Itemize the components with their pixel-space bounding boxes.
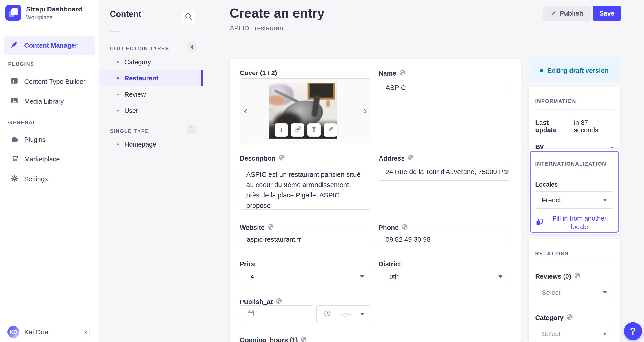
publish-button[interactable]: ✓ Publish bbox=[543, 6, 591, 21]
carousel-next-button[interactable]: › bbox=[364, 105, 367, 116]
address-input[interactable]: 24 Rue de la Tour d'Auvergne, 75009 Pari… bbox=[379, 163, 510, 181]
sidebar-item-label: Content Manager bbox=[24, 42, 78, 49]
trash-icon bbox=[310, 125, 318, 136]
description-textarea[interactable]: ASPIC est un restaurant parisien situé a… bbox=[240, 164, 371, 210]
locale-select[interactable]: French bbox=[535, 191, 614, 209]
sidebar-item-content-type-builder[interactable]: Content-Type Builder bbox=[4, 74, 95, 90]
globe-icon bbox=[278, 154, 285, 163]
strapi-app: Strapi Dashboard Workplace Content Manag… bbox=[0, 0, 644, 342]
avatar: KD bbox=[8, 326, 19, 338]
globe-icon bbox=[574, 272, 581, 281]
cart-icon bbox=[10, 154, 18, 164]
puzzle-icon bbox=[10, 135, 18, 145]
information-title: INFORMATION bbox=[535, 87, 614, 104]
reviews-select[interactable]: Select bbox=[535, 284, 614, 301]
chevron-left-icon: ‹ bbox=[85, 328, 87, 336]
chevron-down-icon bbox=[603, 291, 607, 294]
sidebar-item-marketplace[interactable]: Marketplace bbox=[4, 151, 95, 167]
sidebar-item-label: Settings bbox=[24, 175, 48, 183]
bullet-icon: • bbox=[116, 58, 119, 66]
workspace-label: Workplace bbox=[26, 14, 82, 21]
divider bbox=[535, 262, 614, 262]
subnav-item-review[interactable]: • Review bbox=[99, 86, 203, 103]
phone-input[interactable]: 09 82 49 30 98 bbox=[379, 231, 510, 248]
user-menu[interactable]: KD Kai Doe bbox=[8, 326, 48, 338]
globe-icon bbox=[399, 69, 406, 78]
chevron-down-icon bbox=[603, 199, 607, 201]
subnav-item-homepage[interactable]: • Homepage bbox=[99, 136, 203, 152]
pencil-icon bbox=[326, 125, 334, 136]
search-icon bbox=[184, 12, 193, 22]
copy-link-button[interactable] bbox=[291, 123, 304, 137]
name-input[interactable]: ASPIC bbox=[379, 79, 510, 96]
subnav-item-label: User bbox=[124, 107, 138, 114]
plus-icon: + bbox=[278, 125, 284, 136]
category-field-label: Category bbox=[535, 314, 614, 322]
address-field-label: Address bbox=[379, 154, 414, 163]
chevron-down-icon bbox=[360, 313, 364, 315]
subnav-item-restaurant[interactable]: • Restaurant bbox=[99, 70, 203, 86]
collection-types-count: 4 bbox=[188, 43, 196, 52]
divider bbox=[535, 109, 614, 110]
subnav-item-label: Homepage bbox=[124, 141, 156, 148]
publish-at-date-input[interactable] bbox=[240, 305, 313, 323]
globe-icon bbox=[300, 336, 307, 342]
calendar-icon bbox=[247, 309, 255, 319]
help-button[interactable]: ? bbox=[624, 322, 642, 340]
cover-actions: + bbox=[274, 123, 337, 137]
website-input[interactable]: aspic-restaurant.fr bbox=[240, 231, 371, 248]
description-line: ASPIC est un restaurant parisien situé bbox=[246, 169, 365, 180]
locales-label: Locales bbox=[535, 181, 614, 188]
sidebar-item-settings[interactable]: Settings bbox=[4, 171, 95, 187]
price-select[interactable]: _4 bbox=[240, 268, 371, 285]
feather-icon bbox=[10, 41, 18, 50]
sidebar-divider bbox=[0, 33, 99, 33]
chevron-down-icon bbox=[498, 275, 502, 278]
collapse-sidebar-button[interactable]: ‹ bbox=[82, 327, 90, 337]
copy-icon bbox=[535, 218, 544, 227]
sidebar-item-label: Media Library bbox=[24, 98, 64, 105]
sidebar-item-label: Marketplace bbox=[24, 156, 60, 163]
search-button[interactable] bbox=[182, 10, 196, 24]
gear-icon bbox=[10, 174, 18, 184]
status-dot-icon bbox=[540, 69, 543, 72]
sidebar-item-plugins[interactable]: Plugins bbox=[4, 132, 95, 148]
link-icon bbox=[294, 125, 302, 136]
chevron-down-icon bbox=[360, 275, 364, 278]
subnav-item-label: Category bbox=[124, 59, 151, 66]
category-select[interactable]: Select bbox=[535, 325, 614, 342]
question-mark-icon: ? bbox=[630, 325, 636, 337]
subnav-divider bbox=[110, 32, 120, 32]
internationalization-card: INTERNATIONALIZATION Locales French Fill… bbox=[528, 149, 620, 234]
entry-form-card: Cover (1 / 2) ‹ › + bbox=[230, 59, 521, 342]
subnav-item-user[interactable]: • User bbox=[99, 103, 203, 119]
collection-types-title: COLLECTION TYPES bbox=[110, 46, 169, 52]
sidebar: Strapi Dashboard Workplace Content Manag… bbox=[0, 0, 99, 342]
subnav-item-category[interactable]: • Category bbox=[99, 54, 203, 70]
globe-icon bbox=[408, 154, 414, 163]
save-label: Save bbox=[599, 10, 614, 17]
description-line: près de la place Pigalle. ASPIC propose bbox=[246, 190, 365, 210]
brand-title: Strapi Dashboard bbox=[26, 5, 82, 13]
check-icon: ✓ bbox=[550, 10, 556, 17]
description-line: au coeur du 9ème arrondissement, bbox=[246, 180, 365, 190]
workspace-brand[interactable]: Strapi Dashboard Workplace bbox=[6, 5, 82, 21]
sidebar-item-content-manager[interactable]: Content Manager bbox=[4, 36, 95, 55]
save-button[interactable]: Save bbox=[593, 6, 621, 21]
fill-from-locale-link[interactable]: Fill in from another locale bbox=[535, 214, 614, 231]
layout-icon bbox=[10, 77, 18, 87]
add-asset-button[interactable]: + bbox=[274, 123, 288, 137]
bullet-icon: • bbox=[116, 91, 119, 98]
reviews-field-label: Reviews (0) bbox=[535, 272, 614, 281]
delete-asset-button[interactable] bbox=[308, 123, 321, 137]
globe-icon bbox=[566, 314, 573, 322]
draft-version-banner: Editing draft version bbox=[528, 59, 620, 82]
sidebar-item-media-library[interactable]: Media Library bbox=[4, 93, 95, 110]
district-select[interactable]: _9th bbox=[379, 268, 510, 285]
edit-asset-button[interactable] bbox=[324, 123, 337, 137]
publish-at-time-input[interactable]: --:-- bbox=[316, 305, 371, 323]
carousel-prev-button[interactable]: ‹ bbox=[244, 105, 248, 116]
sidebar-section-general: GENERAL bbox=[8, 120, 36, 126]
banner-prefix: Editing bbox=[548, 67, 568, 74]
relations-card: RELATIONS Reviews (0) Select Category Se… bbox=[528, 239, 620, 342]
